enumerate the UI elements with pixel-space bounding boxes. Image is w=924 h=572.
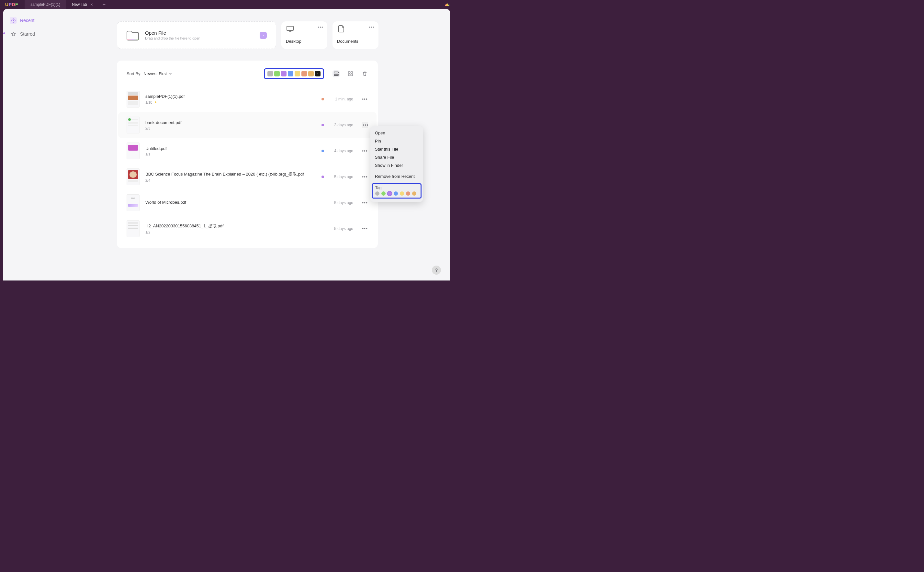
tag-filter-dot[interactable] [288,71,293,76]
sort-value: Newest First [143,71,167,76]
ctx-tag-section: Tag [372,183,422,199]
file-thumbnail [127,168,140,185]
ctx-tag-dot[interactable] [388,191,392,196]
location-label: Desktop [286,39,323,44]
file-thumbnail: PDF [127,194,140,211]
sort-dropdown[interactable]: Sort By: Newest First [127,71,172,76]
desktop-icon [286,25,294,33]
tag-filter-dot[interactable] [274,71,280,76]
add-tab-button[interactable]: + [99,0,109,9]
file-meta: 1/2 [145,230,324,234]
sidebar-label: Starred [20,31,35,37]
file-tag-dot [321,150,324,152]
ctx-share[interactable]: Share File [371,153,423,161]
location-card-documents[interactable]: ••• Documents [332,22,378,49]
trash-button[interactable] [361,70,368,78]
file-name: samplePDF(1)(1).pdf [145,94,316,99]
file-pages: 2/4 [145,179,150,182]
ctx-tag-label: Tag [375,186,418,190]
file-tag-dot [321,124,324,126]
chevron-right-icon[interactable]: › [260,32,267,39]
app-logo: U P D F [5,0,18,9]
file-list-panel: Sort By: Newest First › [117,61,378,248]
svg-rect-1 [127,39,139,40]
svg-rect-6 [350,72,353,73]
logo-u: U [5,2,9,7]
tab-samplepdf[interactable]: samplePDF(1)(1) [25,0,66,9]
file-time: 5 days ago [330,226,353,231]
sidebar-indicator [3,33,5,34]
help-button[interactable]: ? [432,266,441,275]
tab-label: samplePDF(1)(1) [30,2,60,7]
file-more-button[interactable]: ••• [362,148,368,154]
ctx-remove[interactable]: Remove from Recent [371,172,423,180]
file-time: 1 min. ago [330,97,353,101]
grid-view-button[interactable] [347,70,354,78]
ctx-separator [374,171,420,171]
file-tag-dot [321,176,324,178]
sort-prefix: Sort By: [127,71,141,76]
more-icon[interactable]: ••• [369,25,375,30]
file-pages: 2/3 [145,126,150,130]
open-file-card[interactable]: Open File Drag and drop the file here to… [117,22,276,49]
file-meta: 1/1 [145,152,316,156]
file-pages: 1/2 [145,230,150,234]
sidebar-item-recent[interactable]: Recent [6,14,40,26]
file-thumbnail [127,91,140,107]
file-row[interactable]: Untitled.pdf 1/1 4 days ago ••• [117,138,378,164]
tag-filter-dot[interactable] [301,71,307,76]
sidebar-label: Recent [20,18,34,23]
tag-expand-icon[interactable]: › [315,71,321,76]
file-name: World of Microbes.pdf [145,200,324,205]
svg-rect-2 [287,26,293,30]
file-row[interactable]: H2_AN202203301556038451_1_提取.pdf 1/2 5 d… [117,216,378,242]
file-time: 5 days ago [330,174,353,179]
file-more-button[interactable]: ••• [362,200,368,205]
file-row[interactable]: bank-document.pdf 2/3 3 days ago ••• [118,112,377,138]
ctx-tag-dot[interactable] [381,191,386,196]
ctx-finder[interactable]: Show in Finder [371,161,423,169]
ctx-tag-dot[interactable] [412,191,416,196]
context-menu: Open Pin Star this File Share File Show … [371,126,423,202]
tag-filter-dot[interactable] [281,71,287,76]
tag-filter-dot[interactable] [267,71,273,76]
account-crown-icon[interactable] [445,0,453,9]
ctx-tag-dot[interactable] [394,191,398,196]
tag-filter-dot[interactable] [295,71,300,76]
file-pages: 1/10 [145,100,152,104]
ctx-pin[interactable]: Pin [371,137,423,145]
svg-rect-8 [350,74,353,76]
file-more-button[interactable]: ••• [362,122,368,128]
file-row[interactable]: BBC Science Focus Magazine The Brain Exp… [117,164,378,190]
ctx-tag-dot[interactable] [375,191,380,196]
folder-icon [126,30,139,41]
sidebar-item-starred[interactable]: Starred [6,28,40,40]
file-more-button[interactable]: ••• [362,96,368,102]
list-view-button[interactable] [332,70,340,78]
ctx-open[interactable]: Open [371,129,423,137]
file-thumbnail [127,220,140,237]
file-time: 4 days ago [330,149,353,153]
tag-filter-dot[interactable] [308,71,314,76]
file-more-button[interactable]: ••• [362,174,368,179]
tag-filter-bar[interactable]: › [264,68,324,79]
ctx-tag-dot[interactable] [406,191,410,196]
file-row[interactable]: samplePDF(1)(1).pdf 1/10★ 1 min. ago ••• [117,86,378,112]
file-time: 5 days ago [330,201,353,205]
ctx-tag-dot[interactable] [400,191,404,196]
close-icon[interactable]: × [90,2,93,7]
svg-rect-3 [334,72,338,73]
file-more-button[interactable]: ••• [362,226,368,231]
documents-icon [337,25,346,33]
tab-new[interactable]: New Tab × [66,0,99,9]
file-thumbnail [127,143,140,159]
logo-d: D [12,2,15,7]
file-meta: 1/10★ [145,100,316,104]
tab-label: New Tab [72,2,87,7]
open-file-subtitle: Drag and drop the file here to open [145,36,200,40]
ctx-star[interactable]: Star this File [371,145,423,153]
file-row[interactable]: PDF World of Microbes.pdf 5 days ago ••• [117,190,378,216]
file-pages: 1/1 [145,152,150,156]
more-icon[interactable]: ••• [318,25,323,30]
location-card-desktop[interactable]: ••• Desktop [281,22,327,49]
